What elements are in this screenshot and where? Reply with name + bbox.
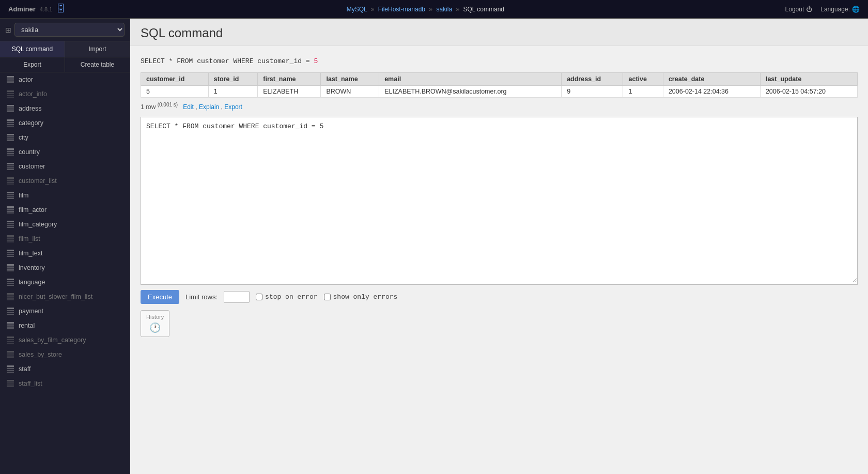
sidebar-table-payment[interactable]: payment bbox=[0, 304, 130, 318]
svg-rect-81 bbox=[7, 368, 14, 370]
table-icon bbox=[6, 322, 14, 330]
svg-rect-72 bbox=[7, 337, 14, 338]
col-header-store_id: store_id bbox=[208, 73, 258, 86]
sql-textarea[interactable] bbox=[141, 117, 857, 283]
table-icon bbox=[6, 249, 14, 257]
limit-rows-input[interactable] bbox=[224, 291, 250, 303]
svg-rect-6 bbox=[7, 95, 14, 97]
sidebar-table-customer[interactable]: customer bbox=[0, 159, 130, 174]
table-icon bbox=[6, 365, 14, 373]
explain-link[interactable]: Explain bbox=[199, 103, 219, 111]
history-button[interactable]: 🕐 bbox=[149, 322, 161, 333]
sidebar-table-address[interactable]: address bbox=[0, 101, 130, 116]
svg-rect-75 bbox=[7, 343, 14, 344]
language-selector[interactable]: Language: 🌐 bbox=[820, 6, 860, 13]
table-name-label: city bbox=[19, 134, 28, 141]
sidebar-table-film_category[interactable]: film_category bbox=[0, 217, 130, 232]
table-icon bbox=[6, 336, 14, 344]
sidebar-table-staff_list[interactable]: staff_list bbox=[0, 376, 130, 391]
table-row: 51ELIZABETHBROWNELIZABETH.BROWN@sakilacu… bbox=[141, 86, 858, 98]
sidebar-table-sales_by_store[interactable]: sales_by_store bbox=[0, 347, 130, 362]
globe-icon: 🌐 bbox=[852, 6, 860, 13]
sidebar-table-film_actor[interactable]: film_actor bbox=[0, 203, 130, 217]
table-name-label: payment bbox=[19, 308, 43, 315]
export-result-link[interactable]: Export bbox=[224, 103, 242, 111]
sidebar-table-category[interactable]: category bbox=[0, 116, 130, 130]
svg-rect-19 bbox=[7, 140, 14, 141]
svg-rect-4 bbox=[7, 90, 14, 92]
svg-rect-40 bbox=[7, 221, 14, 222]
table-name-label: category bbox=[19, 119, 43, 127]
cell-customer_id: 5 bbox=[141, 86, 209, 98]
breadcrumb: MySQL » FileHost-mariadb » sakila » SQL … bbox=[347, 6, 504, 13]
svg-rect-67 bbox=[7, 314, 14, 315]
logout-button[interactable]: Logout ⏻ bbox=[785, 6, 813, 13]
breadcrumb-sakila[interactable]: sakila bbox=[436, 6, 452, 13]
sidebar-table-language[interactable]: language bbox=[0, 275, 130, 289]
topbar: Adminer 4.8.1 🗄 MySQL » FileHost-mariadb… bbox=[0, 0, 868, 19]
table-name-label: address bbox=[19, 105, 41, 112]
sidebar-table-customer_list[interactable]: customer_list bbox=[0, 174, 130, 188]
sidebar-table-inventory[interactable]: inventory bbox=[0, 261, 130, 275]
svg-rect-26 bbox=[7, 167, 14, 169]
svg-rect-23 bbox=[7, 155, 14, 156]
create-table-button[interactable]: Create table bbox=[65, 57, 130, 72]
table-name-label: film bbox=[19, 192, 28, 199]
sidebar-table-film[interactable]: film bbox=[0, 188, 130, 203]
sql-command-button[interactable]: SQL command bbox=[0, 41, 65, 57]
table-icon bbox=[6, 235, 14, 243]
limit-rows-label: Limit rows: bbox=[185, 293, 218, 301]
col-header-active: active bbox=[623, 73, 663, 86]
db-icon: 🗄 bbox=[56, 4, 66, 14]
svg-rect-82 bbox=[7, 370, 14, 372]
breadcrumb-mysql[interactable]: MySQL bbox=[347, 6, 367, 13]
sidebar-table-staff[interactable]: staff bbox=[0, 362, 130, 376]
svg-rect-12 bbox=[7, 119, 14, 121]
stop-on-error-checkbox[interactable] bbox=[256, 294, 262, 300]
svg-rect-57 bbox=[7, 281, 14, 283]
table-icon bbox=[6, 104, 14, 113]
history-clock-icon: 🕐 bbox=[149, 323, 161, 333]
svg-rect-34 bbox=[7, 196, 14, 198]
table-icon bbox=[6, 293, 14, 301]
sidebar-table-city[interactable]: city bbox=[0, 130, 130, 145]
svg-rect-74 bbox=[7, 341, 14, 343]
svg-rect-2 bbox=[7, 81, 14, 82]
svg-rect-61 bbox=[7, 296, 14, 297]
show-only-errors-checkbox[interactable] bbox=[324, 294, 331, 300]
svg-rect-47 bbox=[7, 241, 14, 242]
svg-rect-78 bbox=[7, 356, 14, 357]
svg-rect-83 bbox=[7, 372, 14, 373]
breadcrumb-filehost[interactable]: FileHost-mariadb bbox=[378, 6, 425, 13]
sidebar-table-rental[interactable]: rental bbox=[0, 318, 130, 333]
database-select[interactable]: sakila bbox=[14, 23, 125, 37]
sidebar-table-actor[interactable]: actor bbox=[0, 72, 130, 87]
sidebar-table-film_list[interactable]: film_list bbox=[0, 232, 130, 246]
svg-rect-24 bbox=[7, 163, 14, 164]
app-title: Adminer bbox=[8, 5, 36, 13]
svg-rect-49 bbox=[7, 252, 14, 254]
table-icon bbox=[6, 119, 14, 127]
sidebar-secondary-actions: Export Create table bbox=[0, 57, 130, 72]
topbar-right: Logout ⏻ Language: 🌐 bbox=[785, 6, 860, 13]
query-time: (0.001 s) bbox=[158, 102, 178, 108]
sidebar: ⊞ sakila SQL command Import Export Creat… bbox=[0, 19, 130, 474]
history-label: History bbox=[146, 314, 164, 320]
execute-button[interactable]: Execute bbox=[141, 290, 179, 304]
sidebar-table-film_text[interactable]: film_text bbox=[0, 246, 130, 261]
svg-rect-16 bbox=[7, 134, 14, 135]
svg-rect-33 bbox=[7, 194, 14, 196]
table-name-label: customer_list bbox=[19, 177, 57, 185]
sidebar-table-actor_info[interactable]: actor_info bbox=[0, 87, 130, 101]
sidebar-table-nicer_but_slower_film_list[interactable]: nicer_but_slower_film_list bbox=[0, 289, 130, 304]
edit-link[interactable]: Edit bbox=[183, 103, 194, 111]
show-only-errors-label: show only errors bbox=[324, 293, 398, 301]
svg-rect-46 bbox=[7, 240, 14, 241]
topbar-left: Adminer 4.8.1 🗄 bbox=[8, 4, 66, 14]
import-button[interactable]: Import bbox=[65, 41, 130, 57]
sidebar-table-sales_by_film_category[interactable]: sales_by_film_category bbox=[0, 333, 130, 347]
export-button[interactable]: Export bbox=[0, 57, 65, 72]
table-icon bbox=[6, 206, 14, 214]
svg-rect-48 bbox=[7, 250, 14, 251]
sidebar-table-country[interactable]: country bbox=[0, 145, 130, 159]
